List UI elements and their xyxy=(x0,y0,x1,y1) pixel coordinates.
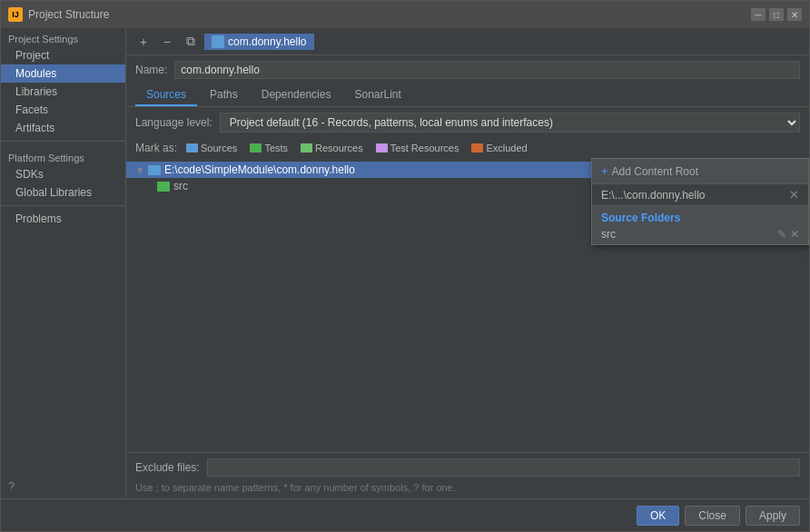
test-resources-folder-icon xyxy=(376,143,388,153)
platform-settings-title: Platform Settings xyxy=(1,145,125,165)
mark-tests-button[interactable]: Tests xyxy=(246,142,291,154)
minimize-button[interactable]: ─ xyxy=(751,8,766,21)
help-button[interactable]: ? xyxy=(8,479,15,493)
popup-delete-button[interactable]: ✕ xyxy=(790,228,799,241)
right-panel: Name: Sources Paths Dependencies Son xyxy=(126,55,809,498)
tests-folder-icon xyxy=(250,143,262,153)
apply-button[interactable]: Apply xyxy=(746,506,800,526)
sidebar-item-global-libraries[interactable]: Global Libraries xyxy=(1,183,125,202)
name-input[interactable] xyxy=(174,61,800,79)
excluded-folder-icon xyxy=(471,143,483,153)
resources-folder-icon xyxy=(301,143,312,153)
tab-sonarlint[interactable]: SonarLint xyxy=(343,84,411,106)
sidebar-item-facets[interactable]: Facets xyxy=(1,101,125,119)
root-folder-icon xyxy=(148,165,161,175)
mark-sources-button[interactable]: Sources xyxy=(183,142,241,154)
window-title: Project Structure xyxy=(28,8,109,21)
tab-sources[interactable]: Sources xyxy=(135,84,197,106)
mark-excluded-button[interactable]: Excluded xyxy=(468,142,530,154)
add-icon: + xyxy=(601,164,608,178)
sidebar-separator-2 xyxy=(1,205,125,206)
sources-folder-icon xyxy=(186,143,198,153)
sidebar-item-problems[interactable]: Problems xyxy=(1,210,125,228)
tabs-bar: Sources Paths Dependencies SonarLint xyxy=(126,84,809,107)
close-button[interactable]: ✕ xyxy=(787,8,802,21)
maximize-button[interactable]: □ xyxy=(769,8,784,21)
popup-path-text: E:\...\com.donny.hello xyxy=(601,189,706,202)
lang-label: Language level: xyxy=(135,116,212,129)
tree-arrow: ▼ xyxy=(135,165,144,175)
sidebar-separator xyxy=(1,141,125,142)
name-label: Name: xyxy=(135,64,167,76)
module-icon xyxy=(212,35,224,48)
copy-button[interactable]: ⧉ xyxy=(181,32,201,52)
lang-row: Language level: Project default (16 - Re… xyxy=(126,107,809,138)
close-dialog-button[interactable]: Close xyxy=(685,506,740,526)
tab-dependencies[interactable]: Dependencies xyxy=(251,84,342,106)
bottom-bar: OK Close Apply xyxy=(1,498,809,531)
exclude-row: Exclude files: xyxy=(126,452,809,482)
sidebar-item-project[interactable]: Project xyxy=(1,46,125,64)
popup-path-row: E:\...\com.donny.hello ✕ xyxy=(592,184,808,206)
root-folder-label: E:\code\SimpleModule\com.donny.hello xyxy=(164,163,355,176)
popup-panel: + Add Content Root E:\...\com.donny.hell… xyxy=(591,158,809,245)
popup-edit-button[interactable]: ✎ xyxy=(777,228,786,241)
title-bar: IJ Project Structure ─ □ ✕ xyxy=(1,1,809,28)
sidebar-item-artifacts[interactable]: Artifacts xyxy=(1,119,125,137)
src-folder-icon xyxy=(157,182,170,192)
add-content-root-button[interactable]: + Add Content Root xyxy=(592,159,808,184)
sidebar-item-modules[interactable]: Modules xyxy=(1,64,125,83)
mark-test-resources-button[interactable]: Test Resources xyxy=(372,142,463,154)
tab-paths[interactable]: Paths xyxy=(199,84,249,106)
mark-label: Mark as: xyxy=(135,142,177,154)
main-content: Project Settings Project Modules Librari… xyxy=(1,28,809,498)
module-item[interactable]: com.donny.hello xyxy=(204,34,314,50)
ok-button[interactable]: OK xyxy=(637,506,679,526)
source-folders-title: Source Folders xyxy=(592,206,808,226)
popup-close-button[interactable]: ✕ xyxy=(789,188,799,202)
app-icon: IJ xyxy=(8,7,23,22)
add-button[interactable]: + xyxy=(133,32,153,52)
remove-button[interactable]: − xyxy=(157,32,177,52)
exclude-label: Exclude files: xyxy=(135,461,200,474)
add-content-root-label: Add Content Root xyxy=(612,165,698,178)
mark-row: Mark as: Sources Tests Resources xyxy=(126,138,809,158)
module-toolbar: + − ⧉ com.donny.hello xyxy=(126,28,809,55)
mark-resources-button[interactable]: Resources xyxy=(297,142,367,154)
exclude-input[interactable] xyxy=(207,458,800,477)
sidebar-item-sdks[interactable]: SDKs xyxy=(1,165,125,183)
lang-select[interactable]: Project default (16 - Records, patterns,… xyxy=(220,113,800,133)
sidebar-bottom: ? xyxy=(1,474,125,498)
popup-src-label: src xyxy=(601,228,616,241)
file-tree-container: ▼ E:\code\SimpleModule\com.donny.hello s… xyxy=(126,158,809,452)
sidebar-item-libraries[interactable]: Libraries xyxy=(1,83,125,101)
project-settings-title: Project Settings xyxy=(1,28,125,46)
exclude-hint: Use ; to separate name patterns, * for a… xyxy=(126,482,809,498)
project-structure-window: IJ Project Structure ─ □ ✕ Project Setti… xyxy=(0,0,810,532)
name-row: Name: xyxy=(126,55,809,84)
popup-src-row: src ✎ ✕ xyxy=(592,226,808,244)
sidebar: Project Settings Project Modules Librari… xyxy=(1,28,126,498)
src-folder-label: src xyxy=(173,180,188,192)
